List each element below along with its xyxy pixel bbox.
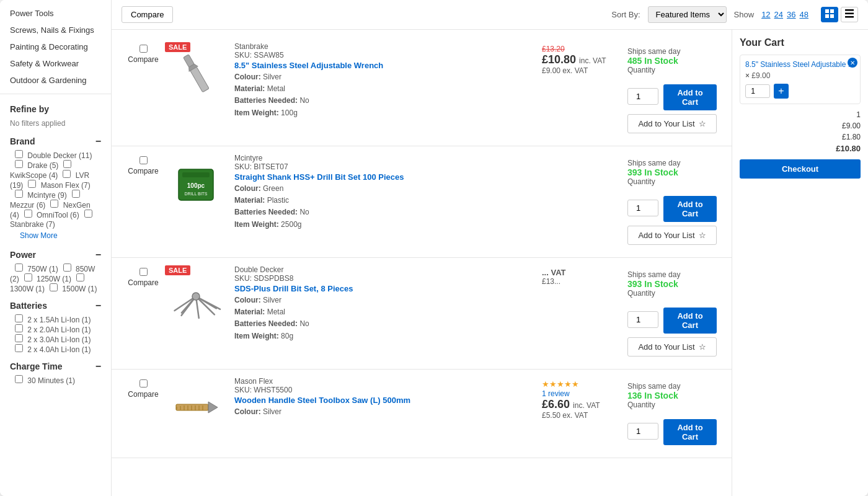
add-to-list-button[interactable]: Add to Your List ☆ (627, 226, 717, 245)
brand-filter-checkbox[interactable] (50, 200, 58, 208)
brand-filter-checkbox[interactable] (84, 210, 92, 218)
add-to-cart-button[interactable]: Add to Cart (663, 196, 717, 222)
batteries-filter-item[interactable]: 2 x 4.0Ah Li-Ion (1) (10, 344, 91, 355)
cart-item-name[interactable]: 8.5" Stainless Steel Adjustable ... (745, 60, 855, 69)
qty-input[interactable] (627, 88, 658, 105)
sort-select[interactable]: Featured Items Price Low-High Price High… (648, 6, 727, 23)
add-to-cart-button[interactable]: Add to Cart (663, 419, 717, 445)
in-stock: 136 In Stock (627, 391, 717, 401)
brand-filter-checkbox[interactable] (15, 190, 23, 198)
compare-label[interactable]: Compare (128, 167, 158, 175)
product-row: Compare SALE Stanbrake SKU: SSAW85 8.5" … (112, 35, 732, 146)
cart-summary-total-row: £10.80 (740, 143, 861, 154)
product-pricing (542, 154, 622, 250)
product-sku: SKU: SSAW85 (234, 51, 534, 60)
list-view-button[interactable] (841, 7, 858, 22)
svg-rect-4 (845, 9, 854, 11)
was-price: £13.20 (542, 45, 622, 53)
compare-checkbox[interactable] (140, 45, 148, 53)
sidebar-nav-item[interactable]: Power Tools (0, 5, 111, 22)
power-collapse-icon[interactable]: − (95, 250, 101, 260)
qty-row: Add to Cart (627, 82, 717, 110)
cart-qty-input[interactable] (745, 84, 770, 98)
sidebar-nav-item[interactable]: Safety & Workwear (0, 55, 111, 72)
power-section: Power − 750W (1) 850W (2) 1250W (1) 1300… (0, 245, 111, 296)
compare-label[interactable]: Compare (128, 55, 158, 64)
qty-input[interactable] (627, 423, 658, 440)
power-filter-checkbox[interactable] (15, 264, 23, 272)
show-more-link[interactable]: Show More (10, 229, 101, 242)
svg-text:100pc: 100pc (187, 182, 205, 189)
batteries-filter-checkbox[interactable] (15, 344, 23, 352)
cart-remove-button[interactable]: ✕ (848, 58, 857, 68)
charge-filter-item[interactable]: 30 Minutes (1) (10, 375, 75, 386)
brand-filter-checkbox[interactable] (24, 210, 32, 218)
product-name[interactable]: Straight Shank HSS+ Drill Bit Set 100 Pi… (234, 172, 534, 182)
ships-label: Ships same day (627, 382, 717, 391)
sidebar-nav-item[interactable]: Screws, Nails & Fixings (0, 22, 111, 38)
grid-view-button[interactable] (821, 7, 838, 22)
brand-filter-checkbox[interactable] (63, 160, 71, 168)
product-sku: SKU: BITSET07 (234, 162, 534, 171)
compare-checkbox[interactable] (140, 379, 148, 388)
sidebar: Power ToolsScrews, Nails & FixingsPainti… (0, 0, 112, 496)
qty-input[interactable] (627, 311, 658, 328)
power-title: Power − (10, 250, 101, 260)
batteries-filter-checkbox[interactable] (15, 314, 23, 322)
compare-checkbox-section: Compare (122, 154, 165, 250)
charge-filter-checkbox[interactable] (15, 375, 23, 383)
colour-attr: Colour: Green (234, 183, 534, 195)
cart-item-unit-price: £9.00 (751, 71, 770, 80)
brand-filter-checkbox[interactable] (72, 190, 80, 198)
shipping-panel: Ships same day 485 In Stock Quantity Add… (622, 42, 722, 138)
review-link[interactable]: 1 review (542, 389, 570, 398)
product-sku: SKU: WHST5500 (234, 386, 534, 394)
batteries-collapse-icon[interactable]: − (95, 301, 101, 311)
in-stock: 393 In Stock (627, 167, 717, 177)
checkout-button[interactable]: Checkout (740, 159, 861, 179)
batteries-filter-checkbox[interactable] (15, 324, 23, 332)
power-filter-checkbox[interactable] (24, 273, 32, 281)
svg-rect-22 (176, 404, 208, 410)
batteries-filter-checkbox[interactable] (15, 334, 23, 342)
brand-filter-checkbox[interactable] (63, 170, 71, 178)
product-brand: Mcintyre (234, 154, 534, 162)
compare-label[interactable]: Compare (128, 278, 158, 287)
charge-time-collapse-icon[interactable]: − (95, 361, 101, 371)
brand-collapse-icon[interactable]: − (95, 136, 101, 146)
show-36[interactable]: 36 (787, 10, 795, 19)
batteries-title: Batteries − (10, 301, 101, 311)
compare-label[interactable]: Compare (128, 390, 158, 399)
product-sku: SKU: SDSPDBS8 (234, 274, 534, 283)
power-filter-item[interactable]: 1500W (1) (45, 283, 97, 294)
refine-title: Refine by (10, 104, 101, 114)
qty-label: Quantity (627, 177, 717, 186)
add-to-list-button[interactable]: Add to Your List ☆ (627, 114, 717, 133)
compare-checkbox[interactable] (140, 156, 148, 164)
qty-label: Quantity (627, 289, 717, 298)
sidebar-nav-item[interactable]: Outdoor & Gardening (0, 72, 111, 89)
qty-input[interactable] (627, 200, 658, 216)
cart-plus-button[interactable]: + (774, 84, 789, 99)
add-to-cart-button[interactable]: Add to Cart (663, 84, 717, 110)
power-filter-checkbox[interactable] (63, 264, 71, 272)
sidebar-nav-item[interactable]: Painting & Decorating (0, 38, 111, 55)
show-12[interactable]: 12 (761, 10, 770, 19)
ex-price: £13... (542, 277, 622, 286)
product-name[interactable]: 8.5" Stainless Steel Adjustable Wrench (234, 61, 534, 70)
compare-checkbox[interactable] (140, 268, 148, 276)
svg-rect-5 (845, 13, 854, 15)
add-to-list-button[interactable]: Add to Your List ☆ (627, 337, 717, 356)
show-48[interactable]: 48 (800, 10, 808, 19)
power-filter-checkbox[interactable] (50, 283, 58, 291)
brand-filter-checkbox[interactable] (15, 150, 23, 158)
brand-filter-checkbox[interactable] (28, 180, 36, 188)
product-brand: Double Decker (234, 265, 534, 274)
show-24[interactable]: 24 (774, 10, 783, 19)
compare-button[interactable]: Compare (122, 6, 173, 23)
brand-filter-checkbox[interactable] (15, 160, 23, 168)
power-filter-checkbox[interactable] (76, 273, 84, 281)
product-name[interactable]: Wooden Handle Steel Toolbox Saw (L) 500m… (234, 396, 534, 405)
add-to-cart-button[interactable]: Add to Cart (663, 308, 717, 334)
product-name[interactable]: SDS-Plus Drill Bit Set, 8 Pieces (234, 284, 534, 293)
